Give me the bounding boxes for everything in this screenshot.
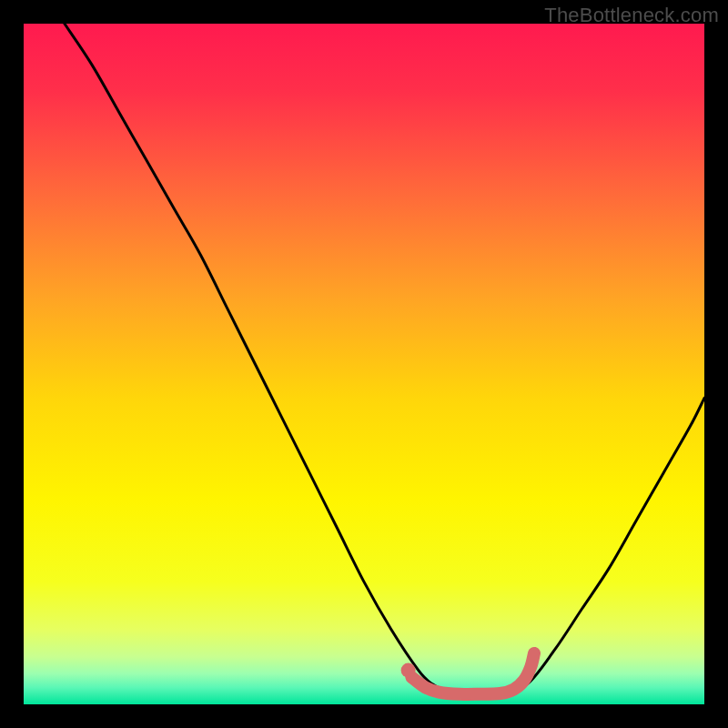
watermark-label: TheBottleneck.com [544, 4, 719, 27]
plot-area [24, 24, 704, 704]
optimal-dot [401, 663, 416, 678]
chart-frame: TheBottleneck.com [0, 0, 728, 728]
bottleneck-chart [24, 24, 704, 704]
